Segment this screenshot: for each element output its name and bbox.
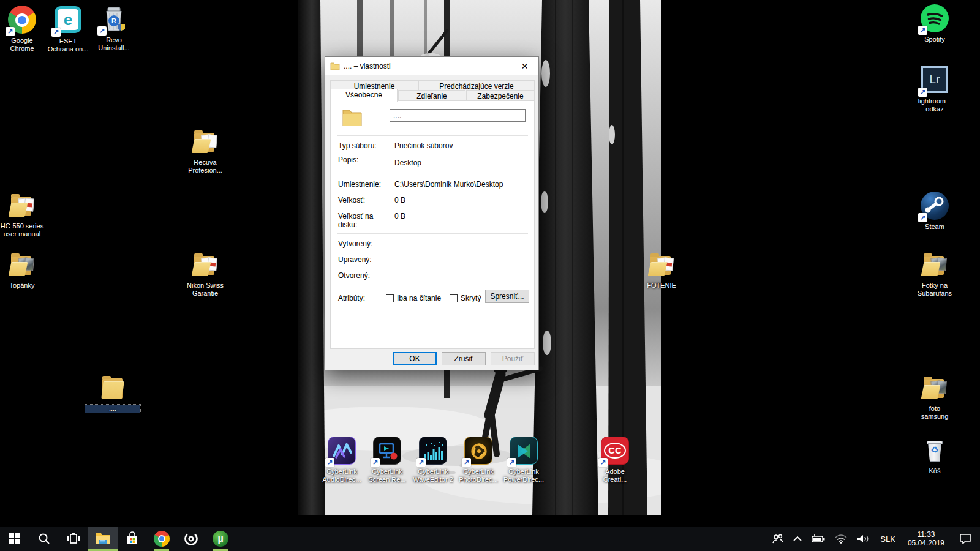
recycle-symbol: ♻ [920,444,949,455]
field-value [394,255,528,264]
action-center-icon[interactable] [952,527,979,551]
field-label: Vytvorený: [338,239,394,248]
desktop-icon-fotky-subarufans[interactable]: Fotky na Subarufans [907,250,962,298]
field-label: Upravený: [338,255,394,264]
desktop-icon-hc550-manual[interactable]: HC-550 series user manual [0,191,50,238]
desktop-icon-label: Adobe Creati... [587,468,643,484]
clock[interactable]: 11:33 05.04.2019 [903,527,949,551]
start-button[interactable] [0,527,29,551]
checkbox-box [386,294,394,302]
separator [337,233,528,234]
language-indicator[interactable]: SLK [875,527,900,551]
media-app-button[interactable] [176,527,206,551]
desktop-icon-lightroom[interactable]: Lr ↗ lightroom – odkaz [907,65,962,113]
desktop-icon-recuva[interactable]: Recuva Profesion... [178,127,233,174]
desktop-icon-fotenie[interactable]: FOTENIE [634,250,689,290]
field-label: Veľkosť na disku: [338,212,394,229]
field-label: Popis: [338,156,394,167]
shortcut-arrow-icon: ↗ [417,458,426,467]
taskbar: µ [0,527,980,551]
separator [337,173,528,173]
hidden-checkbox[interactable]: Skrytý [450,294,481,302]
shortcut-arrow-icon: ↗ [918,26,927,35]
battery-icon[interactable] [808,527,829,551]
wifi-icon[interactable] [831,527,851,551]
desktop-icon-spotify[interactable]: ↗ Spotify [907,4,962,43]
field-label: Otvorený: [338,271,394,280]
store-button[interactable] [118,527,147,551]
shortcut-arrow-icon: ↗ [462,458,471,467]
volume-icon[interactable] [853,527,873,551]
desktop-icon-label: Recuva Profesion... [178,159,233,174]
adobe-cc-letters: CC [604,443,626,459]
field-value: Desktop [394,156,528,167]
desktop-icon-dots-folder[interactable]: .... [85,373,140,413]
shortcut-arrow-icon: ↗ [371,458,380,467]
desktop: ↗ Google Chrome e ↗ ESET Ochrana on... R… [0,0,980,551]
folder-pdf-icon [190,250,220,280]
file-explorer-button[interactable] [88,527,118,551]
desktop-icon-foto-samsung[interactable]: foto samsung [907,373,962,421]
desktop-icon-label: Revo Uninstall... [86,36,141,52]
desktop-icon-label: Kôš [907,467,962,475]
cancel-button[interactable]: Zrušiť [442,352,486,365]
shortcut-arrow-icon: ↗ [325,458,334,467]
desktop-icon-adobe-creative-cloud[interactable]: CC ↗ Adobe Creati... [587,436,643,484]
tab-predchadzajuce-verzie[interactable]: Predchádzajúce verzie [418,80,535,91]
chrome-taskbar-button[interactable] [147,527,176,551]
shortcut-arrow-icon: ↗ [918,88,927,97]
folder-empty-icon [98,373,127,403]
system-tray: SLK 11:33 05.04.2019 [769,527,980,551]
desktop-icon-revo-uninstaller[interactable]: R ↗ Revo Uninstall... [86,5,141,52]
dialog-title: .... – vlastnosti [344,62,391,70]
task-view-button[interactable] [59,527,88,551]
folder-pdf-icon [647,250,676,280]
desktop-icon-label: Spotify [907,36,962,43]
tab-vseobecne[interactable]: Všeobecné [330,89,398,102]
desktop-icon-label: Fotky na Subarufans [907,282,962,298]
checkbox-label: Skrytý [461,294,481,302]
field-value: 0 B [394,212,528,229]
utorrent-icon: µ [213,531,228,547]
field-value: C:\Users\Dominik Murko\Desktop [394,180,528,189]
folder-name-input[interactable] [390,109,526,122]
desktop-icon-topanky[interactable]: Topánky [0,250,50,290]
search-icon [38,533,50,545]
advanced-button[interactable]: Spresniť... [485,290,529,303]
ok-button[interactable]: OK [393,352,437,365]
desktop-icon-label: CyberLink PowerDirec... [496,468,551,484]
readonly-checkbox[interactable]: Iba na čítanie [386,294,441,302]
desktop-icon-label: foto samsung [907,405,962,421]
chrome-icon [154,531,170,547]
search-button[interactable] [29,527,59,551]
field-label: Atribúty: [338,294,386,302]
close-icon[interactable]: ✕ [511,57,538,75]
dialog-titlebar[interactable]: .... – vlastnosti ✕ [325,57,538,75]
tray-overflow-chevron-icon[interactable] [790,527,805,551]
people-icon[interactable] [769,527,787,551]
folder-pdf-icon [7,191,37,220]
separator [337,135,528,136]
folder-photos-icon [920,373,949,403]
properties-dialog: .... – vlastnosti ✕ Umiestnenie Predchád… [325,56,539,370]
tab-zdielanie[interactable]: Zdieľanie [398,90,466,101]
tab-zabezpecenie[interactable]: Zabezpečenie [466,90,535,101]
folder-documents-icon [190,127,220,157]
folder-photos-icon [7,250,37,280]
shortcut-arrow-icon: ↗ [97,26,107,36]
desktop-icon-label: Nikon Swiss Garantie [178,282,233,298]
lightroom-letters: Lr [930,73,940,86]
desktop-icon-nikon-garantie[interactable]: Nikon Swiss Garantie [178,250,233,298]
desktop-icon-label: Steam [907,223,962,231]
shortcut-arrow-icon: ↗ [598,458,608,467]
field-label: Umiestnenie: [338,180,394,189]
desktop-icon-recycle-bin[interactable]: ♻ Kôš [907,436,962,475]
utorrent-button[interactable]: µ [206,527,235,551]
apply-button[interactable]: Použiť [491,352,535,365]
field-value: 0 B [394,196,528,204]
checkbox-box [450,294,458,302]
shortcut-arrow-icon: ↗ [51,28,61,37]
desktop-icon-steam[interactable]: ↗ Steam [907,191,962,231]
desktop-icon-cyberlink-powerdirector[interactable]: ↗ CyberLink PowerDirec... [496,436,551,484]
field-value: Priečinok súborov [394,141,528,150]
